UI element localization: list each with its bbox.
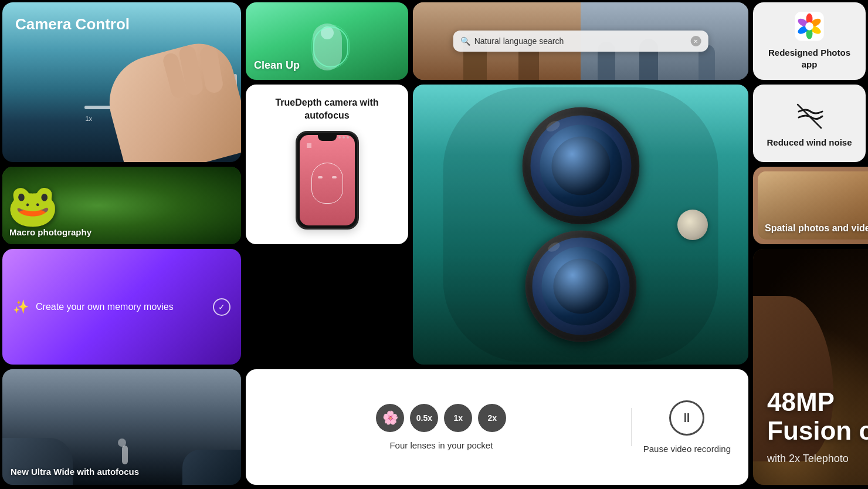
photos-app-tile: Redesigned Photos app bbox=[753, 2, 866, 80]
memory-movies-tile: ✨ Create your own memory movies ✓ bbox=[2, 249, 241, 365]
macro-label: Macro photography bbox=[9, 227, 91, 237]
photos-app-icon bbox=[788, 12, 830, 41]
spatial-photos-tile: ⚙ Spatial photos and videos bbox=[753, 167, 868, 244]
fusion-subtitle: with 2x Telephoto bbox=[767, 453, 849, 465]
search-bar[interactable]: 🔍 Natural language search ✕ bbox=[453, 31, 708, 52]
search-text: Natural language search bbox=[474, 36, 687, 46]
center-camera-tile bbox=[413, 85, 748, 365]
cleanup-label: Clean Up bbox=[254, 59, 300, 72]
one-lens-icon: 1x bbox=[444, 404, 472, 432]
frog-icon: 🐸 bbox=[7, 181, 58, 230]
flash-dot bbox=[677, 210, 708, 240]
wind-noise-tile: Reduced wind noise bbox=[753, 85, 866, 162]
lenses-pause-tile: 🌸 0.5x 1x 2x Four lenses in your pocket … bbox=[246, 369, 748, 485]
memory-text: Create your own memory movies bbox=[36, 302, 206, 312]
search-magnify-icon: 🔍 bbox=[460, 36, 470, 46]
spatial-label: Spatial photos and videos bbox=[765, 223, 868, 234]
ultrawide-tile: New Ultra Wide with autofocus bbox=[2, 369, 241, 485]
camera-control-tile: Camera Control 1x bbox=[2, 2, 241, 162]
svg-point-7 bbox=[805, 22, 813, 31]
camera-control-title: Camera Control bbox=[15, 15, 130, 33]
fusion-title: 48MPFusion camera bbox=[767, 388, 868, 445]
search-clear-button[interactable]: ✕ bbox=[690, 36, 701, 46]
pause-label: Pause video recording bbox=[643, 444, 731, 454]
truedepth-tile: TrueDepth camera with autofocus bbox=[246, 85, 408, 244]
fusion-camera-tile: 48MPFusion camera with 2x Telephoto bbox=[753, 249, 868, 485]
macro-tile: 🐸 Macro photography bbox=[2, 167, 241, 244]
ultrawide-label: New Ultra Wide with autofocus bbox=[11, 467, 139, 477]
memory-check-icon: ✓ bbox=[213, 298, 230, 316]
search-tile: 🔍 Natural language search ✕ bbox=[413, 2, 748, 80]
memory-icon: ✨ bbox=[13, 299, 29, 315]
truedepth-label: TrueDepth camera with autofocus bbox=[255, 96, 399, 122]
photos-app-label: Redesigned Photos app bbox=[762, 47, 856, 71]
lenses-label: Four lenses in your pocket bbox=[389, 440, 493, 450]
divider bbox=[631, 408, 632, 446]
wind-noise-icon bbox=[793, 100, 826, 133]
cleanup-tile: Clean Up bbox=[246, 2, 408, 80]
pause-button[interactable]: ⏸ bbox=[669, 400, 704, 436]
half-lens-icon: 0.5x bbox=[410, 404, 438, 432]
two-lens-icon: 2x bbox=[478, 404, 506, 432]
wind-noise-label: Reduced wind noise bbox=[767, 137, 852, 147]
flower-lens-icon: 🌸 bbox=[376, 404, 404, 432]
